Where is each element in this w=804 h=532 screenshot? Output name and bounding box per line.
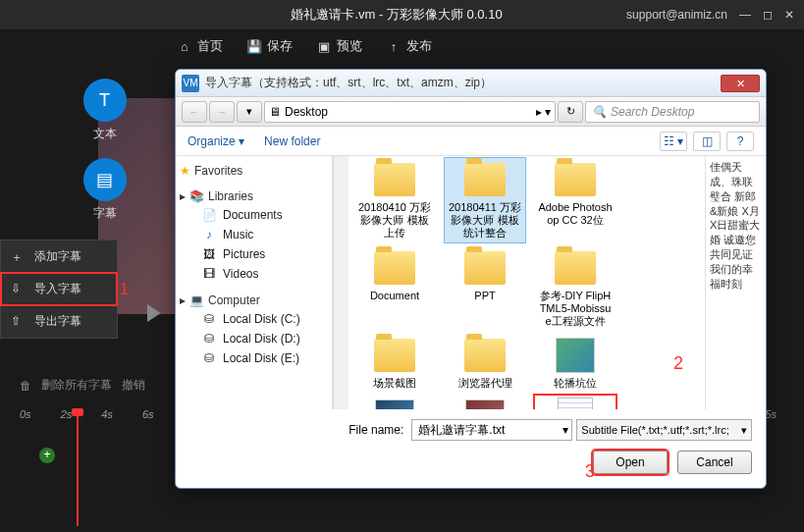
subtitle-tool-label: 字幕 [93,205,117,222]
organize-button[interactable]: Organize ▾ [188,134,244,148]
text-tool-label: 文本 [93,126,117,142]
address-bar[interactable]: 🖥 Desktop ▸ ▾ [264,101,556,123]
annotation-1: 1 [120,281,129,298]
close-icon[interactable]: ✕ [784,8,794,22]
tree-disk[interactable]: ⛁Local Disk (C:) [180,309,328,329]
folder-icon [371,336,418,375]
new-folder-button[interactable]: New folder [264,134,320,148]
maximize-icon[interactable]: ◻ [763,8,773,22]
dialog-close-button[interactable]: ✕ [721,75,760,92]
tree-documents[interactable]: 📄Documents [180,205,328,225]
tree-videos[interactable]: 🎞Videos [180,264,328,284]
folder-tree[interactable]: ★Favorites ▸📚Libraries 📄Documents ♪Music… [176,156,333,409]
trash-icon[interactable]: 🗑 [20,379,31,393]
dialog-title: 导入字幕（支持格式：utf、srt、lrc、txt、amzm、zip） [205,75,721,91]
add-track-button[interactable]: + [39,448,55,463]
publish-button[interactable]: ↑发布 [386,37,432,55]
file-item[interactable]: Document [354,246,435,331]
file-label: Adobe Photoshop CC 32位 [537,201,614,227]
nav-back-button[interactable]: ← [182,101,207,123]
disk-icon: ⛁ [201,351,217,365]
import-subtitle-dialog: VM 导入字幕（支持格式：utf、srt、lrc、txt、amzm、zip） ✕… [175,69,767,489]
file-item[interactable]: 浏览器代理 [445,334,525,392]
nav-up-button[interactable]: ▾ [237,101,262,123]
file-label: 场景截图 [373,377,416,390]
file-item[interactable]: 20180410 万彩影像大师 模板上传 [354,158,435,242]
file-item[interactable]: Adobe Photoshop CC 32位 [535,158,616,242]
file-item[interactable]: 参考-DIY FlipHTML5-Mobissue工程源文件 [535,246,616,331]
search-input[interactable]: 🔍 Search Desktop [585,101,760,123]
open-button[interactable]: Open [593,451,668,474]
file-label: PPT [474,290,495,302]
save-button[interactable]: 💾保存 [246,37,293,55]
preview-pane-button[interactable]: ◫ [693,132,721,151]
folder-icon [461,336,509,375]
file-item[interactable]: 潜水 [354,396,435,409]
file-item[interactable]: PPT [445,246,525,331]
search-icon: 🔍 [592,105,607,119]
upload-icon: ↑ [386,38,402,54]
ruler-tick: 2s [61,408,73,420]
ruler-tick: 4s [101,408,113,420]
music-icon: ♪ [201,228,217,241]
filename-input[interactable] [411,419,572,441]
file-label: 20180410 万彩影像大师 模板上传 [356,201,433,240]
folder-icon [552,160,599,199]
file-label: Document [370,290,419,302]
plus-icon: ＋ [11,249,27,265]
file-label: 20180411 万彩影像大师 模板统计整合 [447,201,523,240]
nav-forward-button[interactable]: → [209,101,235,123]
txt-file-icon [552,398,599,409]
playhead[interactable] [77,408,79,526]
file-item[interactable]: 婚礼邀请字幕.txt [535,396,616,409]
videos-icon: 🎞 [201,267,217,281]
image-thumbnail [371,398,418,409]
file-label: 轮播坑位 [554,377,597,390]
star-icon: ★ [180,164,190,178]
disk-icon: ⛁ [201,312,217,326]
documents-icon: 📄 [201,208,217,222]
help-button[interactable]: ? [726,132,754,151]
tree-disk[interactable]: ⛁Local Disk (E:) [180,348,328,368]
tree-disk[interactable]: ⛁Local Disk (D:) [180,329,328,348]
file-type-filter[interactable]: Subtitle File(*.txt;*.utf;*.srt;*.lrc;▾ [576,419,752,441]
tree-music[interactable]: ♪Music [180,225,328,244]
text-tool-button[interactable]: T [83,79,127,122]
delete-all-subtitle[interactable]: 删除所有字幕 [41,377,112,394]
folder-icon [461,160,509,199]
file-label: 浏览器代理 [458,377,512,390]
folder-icon [461,248,509,288]
save-icon: 💾 [246,38,262,54]
scrollbar[interactable] [333,156,348,409]
file-item[interactable]: 场景截图 [354,334,435,392]
import-icon: ⇩ [11,282,27,297]
support-link[interactable]: support@animiz.cn [626,8,727,22]
minimize-icon[interactable]: — [739,8,751,22]
ruler-tick: 5s [765,408,777,420]
image-thumbnail [552,336,599,375]
annotation-2: 2 [673,353,683,374]
add-subtitle-button[interactable]: ＋添加字幕 [1,240,117,273]
disk-icon: ⛁ [201,332,217,346]
tree-pictures[interactable]: 🖼Pictures [180,244,328,264]
export-subtitle-button[interactable]: ⇧导出字幕 [1,305,117,338]
subtitle-tool-button[interactable]: ▤ [83,158,127,201]
home-icon: ⌂ [177,38,192,54]
ruler-tick: 6s [142,408,154,420]
cancel-button[interactable]: Cancel [677,451,752,474]
file-item[interactable]: 20180411 万彩影像大师 模板统计整合 [445,158,525,242]
file-item[interactable]: 轮播坑位 [535,334,616,392]
folder-icon [552,248,599,288]
pictures-icon: 🖼 [201,247,217,261]
view-mode-button[interactable]: ☷ ▾ [660,132,687,151]
export-icon: ⇧ [11,314,27,330]
import-subtitle-button[interactable]: ⇩导入字幕 [1,273,117,305]
app-title: 婚礼邀请卡.vm - 万彩影像大师 0.0.10 [167,6,626,24]
ruler-tick: 0s [20,408,31,420]
preview-button[interactable]: ▣预览 [316,37,362,55]
undo-button[interactable]: 撤销 [122,377,145,394]
home-button[interactable]: ⌂首页 [177,37,223,55]
refresh-button[interactable]: ↻ [558,101,583,123]
file-item[interactable]: 小男方的视频输出 [445,396,525,409]
computer-icon: 💻 [189,293,204,307]
